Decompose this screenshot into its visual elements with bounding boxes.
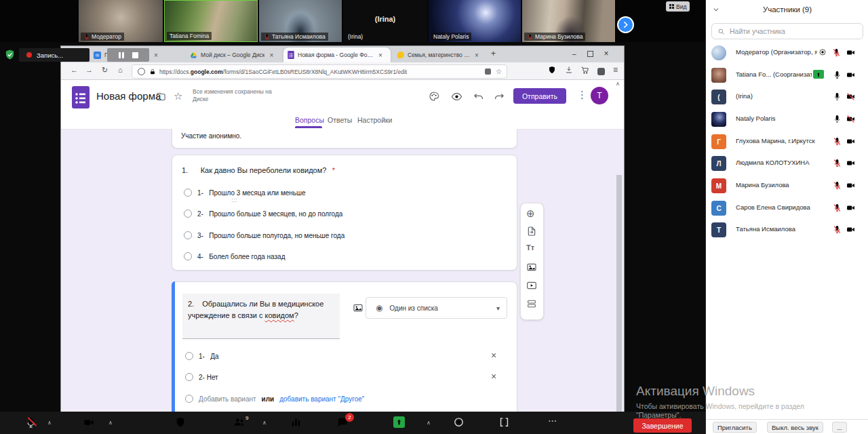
participant-row[interactable]: Л Людмила КОЛОТУХИНА xyxy=(706,153,868,174)
add-image-icon[interactable] xyxy=(353,302,363,313)
polls-stats-button[interactable] xyxy=(290,416,302,428)
more-menu-icon[interactable]: ⋮ xyxy=(577,89,587,101)
tab-google-forms[interactable]: Новая форма - Google Формы × xyxy=(283,47,391,62)
tab-family-site[interactable]: Семья, материнство и детство × xyxy=(393,47,483,62)
import-questions-icon[interactable] xyxy=(526,226,537,237)
site-info-icon[interactable] xyxy=(138,68,145,75)
question1-card[interactable]: 1. Как давно Вы переболели ковидом? * 1-… xyxy=(172,155,517,271)
participants-button[interactable] xyxy=(233,416,245,428)
url-input[interactable]: https://docs.google.com/forms/d/1SaoCGiF… xyxy=(132,64,507,79)
participant-row[interactable]: Nataly Polaris xyxy=(706,109,868,130)
radio-icon[interactable] xyxy=(184,231,192,239)
theme-palette-icon[interactable] xyxy=(429,91,439,102)
video-button[interactable] xyxy=(83,417,95,428)
star-icon[interactable]: ☆ xyxy=(174,90,182,102)
stop-recording-button[interactable] xyxy=(132,52,138,58)
tab-settings[interactable]: Настройки xyxy=(357,116,393,124)
security-button[interactable] xyxy=(175,416,186,428)
video-tile-irina[interactable]: (Irina) (Irina) xyxy=(343,0,427,42)
tab-close-icon[interactable]: × xyxy=(154,52,158,59)
participant-row[interactable]: Г Глухова Марина, г.Иркутск xyxy=(706,132,868,152)
q2-option-row[interactable]: 2- Нет xyxy=(185,373,218,381)
home-icon[interactable]: ⌂ xyxy=(118,66,123,74)
send-button[interactable]: Отправить xyxy=(513,88,566,104)
new-tab-button[interactable]: + xyxy=(491,49,496,58)
radio-icon[interactable] xyxy=(184,210,192,218)
move-folder-icon[interactable] xyxy=(156,92,166,102)
cart-extension-icon[interactable] xyxy=(580,66,589,75)
account-avatar[interactable]: T xyxy=(591,87,608,104)
invite-button[interactable]: Пригласить xyxy=(713,422,757,433)
bookmark-star-icon[interactable]: ☆ xyxy=(496,68,502,75)
mute-button[interactable] xyxy=(25,416,37,429)
participant-search-box[interactable] xyxy=(711,23,863,39)
participant-row[interactable]: С Саров Елена Свиридова xyxy=(706,198,868,218)
collapse-panel-icon[interactable] xyxy=(713,6,719,13)
participant-row[interactable]: Tatiana Fo... (Соорганизатор) xyxy=(706,65,868,85)
tab-answers[interactable]: Ответы xyxy=(328,116,352,124)
scrollbar-thumb[interactable] xyxy=(616,175,622,412)
q1-option-row[interactable]: 2- Прошло больше 3 месяцев, но до полгод… xyxy=(184,210,342,218)
menu-icon[interactable]: ≡ xyxy=(613,65,618,75)
participants-options-caret[interactable]: ∧ xyxy=(262,420,267,426)
mute-all-button[interactable]: Выкл. весь звук xyxy=(767,422,823,433)
tab-questions[interactable]: Вопросы xyxy=(295,116,324,124)
undo-icon[interactable] xyxy=(473,91,484,102)
redo-icon[interactable] xyxy=(494,91,505,102)
forward-icon[interactable]: → xyxy=(85,66,93,74)
tab-close-icon[interactable]: × xyxy=(269,52,273,59)
video-options-caret[interactable]: ∧ xyxy=(108,420,113,426)
video-tile-nataly-polaris[interactable]: Nataly Polaris xyxy=(429,0,521,42)
downloads-icon[interactable] xyxy=(565,66,573,74)
reload-icon[interactable]: ↻ xyxy=(102,66,108,75)
scroll-up-arrow[interactable]: ∧ xyxy=(616,81,620,87)
next-videos-button[interactable] xyxy=(617,16,634,33)
view-button[interactable]: Вид xyxy=(666,1,690,12)
add-section-icon[interactable] xyxy=(526,298,537,309)
panel-more-button[interactable]: ... xyxy=(832,422,847,433)
add-question-icon[interactable]: ⊕ xyxy=(526,208,535,220)
q1-option-row[interactable]: 3- Прошло больше полугода, но меньше год… xyxy=(184,231,344,239)
question2-text-input[interactable]: 2.Обращались ли Вы в медицинское учрежде… xyxy=(182,294,340,339)
add-option-row[interactable]: Добавить вариант или добавить вариант "Д… xyxy=(185,395,364,403)
radio-icon[interactable] xyxy=(185,373,193,381)
page-action-icon[interactable] xyxy=(485,68,491,75)
record-button[interactable] xyxy=(453,416,465,428)
drag-handle-icon[interactable]: ⋯⋯ xyxy=(224,198,244,203)
radio-icon[interactable] xyxy=(184,252,192,260)
participant-row[interactable]: ( (Irina) xyxy=(706,87,868,107)
apps-button[interactable] xyxy=(498,416,510,428)
radio-icon[interactable] xyxy=(185,352,193,360)
q1-option-row[interactable]: 4- Болел более года назад xyxy=(184,252,285,260)
window-maximize-button[interactable] xyxy=(587,51,593,57)
video-tile-tatyana-ismailova[interactable]: Татьяна Исмаилова xyxy=(259,0,342,42)
back-icon[interactable]: ← xyxy=(71,66,78,74)
video-tile-moderator[interactable]: Модератор xyxy=(79,0,163,42)
end-meeting-button[interactable]: Завершение xyxy=(633,418,692,433)
participant-row[interactable]: Т Татьяна Исмаилова xyxy=(706,220,868,240)
radio-icon[interactable] xyxy=(184,189,192,197)
forms-logo-icon[interactable] xyxy=(72,86,90,108)
add-option-text[interactable]: Добавить вариант xyxy=(199,395,256,403)
window-minimize-button[interactable]: – xyxy=(572,50,576,58)
question1-title[interactable]: 1. Как давно Вы переболели ковидом? * xyxy=(182,163,335,176)
account-extension-icon[interactable] xyxy=(597,68,605,75)
add-title-icon[interactable]: Tт xyxy=(526,243,534,252)
tab-google-drive[interactable]: Мой диск – Google Диск × xyxy=(186,47,282,62)
preview-eye-icon[interactable] xyxy=(451,91,462,102)
video-tile-marina-buzilova[interactable]: Марина Бузилова xyxy=(522,0,615,42)
audio-options-caret[interactable]: ∧ xyxy=(47,420,52,426)
add-other-option-link[interactable]: добавить вариант "Другое" xyxy=(279,395,364,403)
remove-option-icon[interactable]: × xyxy=(491,371,496,382)
add-video-icon[interactable] xyxy=(526,280,537,291)
participant-row[interactable]: Модератор (Организатор, я) xyxy=(706,43,868,63)
pause-recording-button[interactable] xyxy=(119,52,124,58)
more-button[interactable]: ⋯ xyxy=(548,416,557,426)
search-input[interactable] xyxy=(728,26,853,36)
window-close-button[interactable]: × xyxy=(604,49,609,58)
add-image-block-icon[interactable] xyxy=(526,262,537,273)
video-tile-tatiana-fomina[interactable]: Tatiana Fomina xyxy=(164,0,258,42)
share-options-caret[interactable]: ∧ xyxy=(427,420,431,426)
question-type-dropdown[interactable]: ◉ Один из списка ▾ xyxy=(366,297,507,319)
participant-row[interactable]: М Марина Бузилова xyxy=(706,176,868,196)
